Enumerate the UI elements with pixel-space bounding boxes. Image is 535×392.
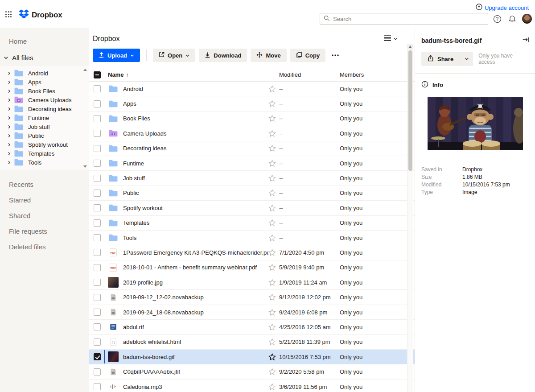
file-name[interactable]: Public <box>123 190 268 196</box>
file-name[interactable]: 2019 profile.jpg <box>123 279 268 286</box>
row-checkbox[interactable] <box>94 85 101 92</box>
main-scrollbar[interactable] <box>407 44 413 392</box>
table-row[interactable]: Spotify workout--Only you <box>89 201 415 215</box>
file-name[interactable]: adeblock whitelist.html <box>123 338 268 345</box>
dropbox-logo[interactable]: Dropbox <box>19 9 62 21</box>
star-icon[interactable] <box>268 144 279 152</box>
column-members[interactable]: Members <box>340 71 407 78</box>
row-checkbox[interactable] <box>94 279 101 286</box>
table-row[interactable]: 2019-09-24_18-08.novabackup9/24/2019 6:0… <box>89 305 415 320</box>
sidebar-item-starred[interactable]: Starred <box>0 192 89 208</box>
file-name[interactable]: badum-tss-bored.gif <box>123 354 268 360</box>
file-name[interactable]: C0qbiIPUAAAAobx.jfif <box>123 368 268 375</box>
sidebar-item-all-files[interactable]: All files <box>0 45 89 66</box>
table-row[interactable]: PDF1Password Emergency Kit A3-PEQKQS-mic… <box>89 245 415 260</box>
table-row[interactable]: 2019-09-12_12-02.novabackup9/12/2019 12:… <box>89 290 415 305</box>
star-icon[interactable] <box>268 293 279 301</box>
row-checkbox[interactable] <box>94 160 101 167</box>
file-name[interactable]: abdul.rtf <box>123 324 268 330</box>
file-name[interactable]: Funtime <box>123 160 268 167</box>
tree-folder-public[interactable]: Public <box>0 131 89 140</box>
select-all-checkbox[interactable] <box>94 71 101 78</box>
row-checkbox[interactable] <box>94 234 101 241</box>
open-button[interactable]: Open <box>153 49 195 62</box>
table-row[interactable]: badum-tss-bored.gif10/15/2016 7:53 pmOnl… <box>89 350 415 364</box>
star-icon[interactable] <box>268 279 279 286</box>
user-avatar[interactable] <box>522 14 532 24</box>
table-row[interactable]: Caledonia.mp33/6/2019 11:56 pmOnly you <box>89 380 415 392</box>
download-button[interactable]: Download <box>199 49 247 62</box>
table-row[interactable]: Job stuff--Only you <box>89 171 415 186</box>
file-name[interactable]: Apps <box>123 100 268 107</box>
star-icon[interactable] <box>268 368 279 375</box>
star-icon[interactable] <box>268 100 279 107</box>
file-name[interactable]: 2019-09-24_18-08.novabackup <box>123 309 268 316</box>
column-modified[interactable]: Modified <box>279 71 340 78</box>
view-options-button[interactable] <box>384 35 398 43</box>
row-checkbox[interactable] <box>94 368 101 375</box>
table-row[interactable]: Funtime--Only you <box>89 156 415 171</box>
star-icon[interactable] <box>268 323 279 331</box>
star-icon[interactable] <box>268 353 279 361</box>
sidebar-item-recents[interactable]: Recents <box>0 177 89 192</box>
table-row[interactable]: Camera Uploads--Only you <box>89 126 415 141</box>
file-name[interactable]: Decorating ideas <box>123 145 268 152</box>
row-checkbox[interactable] <box>94 338 101 346</box>
tree-folder-decorating-ideas[interactable]: Decorating ideas <box>0 104 89 113</box>
tree-folder-android[interactable]: Android <box>0 69 89 78</box>
row-checkbox[interactable] <box>94 204 101 211</box>
apps-grid-icon[interactable] <box>5 11 12 18</box>
move-button[interactable]: Move <box>251 49 286 62</box>
tree-folder-job-stuff[interactable]: Job stuff <box>0 122 89 131</box>
file-name[interactable]: 1Password Emergency Kit A3-PEQKQS-michae… <box>123 249 268 256</box>
file-name[interactable]: Android <box>123 86 268 92</box>
star-icon[interactable] <box>268 85 279 93</box>
file-name[interactable]: Job stuff <box>123 175 268 182</box>
search-input[interactable] <box>333 16 484 22</box>
file-name[interactable]: Templates <box>123 219 268 226</box>
star-icon[interactable] <box>268 309 279 316</box>
sidebar-item-file-requests[interactable]: File requests <box>0 223 89 239</box>
row-checkbox[interactable] <box>94 130 101 137</box>
table-row[interactable]: Templates--Only you <box>89 216 415 231</box>
table-row[interactable]: Public--Only you <box>89 186 415 201</box>
star-icon[interactable] <box>268 249 279 256</box>
file-name[interactable]: 2019-09-12_12-02.novabackup <box>123 294 268 301</box>
star-icon[interactable] <box>268 234 279 242</box>
tree-scrollbar[interactable] <box>83 68 87 169</box>
table-row[interactable]: 2019 profile.jpg1/9/2019 11:24 amOnly yo… <box>89 275 415 290</box>
row-checkbox[interactable] <box>94 100 101 107</box>
column-name[interactable]: Name ↑ <box>108 71 268 78</box>
table-row[interactable]: Android--Only you <box>89 82 415 96</box>
collapse-panel-icon[interactable] <box>522 37 529 45</box>
star-icon[interactable] <box>268 174 279 182</box>
tree-folder-camera-uploads[interactable]: Camera Uploads <box>0 95 89 104</box>
table-row[interactable]: abdul.rtf4/25/2016 12:05 amOnly you <box>89 320 415 334</box>
scrollbar-thumb[interactable] <box>408 50 412 171</box>
row-checkbox[interactable] <box>94 190 101 197</box>
row-checkbox[interactable] <box>94 145 101 152</box>
star-icon[interactable] <box>268 264 279 271</box>
row-checkbox[interactable] <box>94 249 101 256</box>
tree-folder-book-files[interactable]: Book Files <box>0 87 89 95</box>
row-checkbox[interactable] <box>94 353 101 360</box>
sidebar-item-deleted-files[interactable]: Deleted files <box>0 239 89 255</box>
search-bar[interactable] <box>320 13 488 25</box>
row-checkbox[interactable] <box>94 115 101 122</box>
table-row[interactable]: Tools--Only you <box>89 231 415 245</box>
row-checkbox[interactable] <box>94 309 101 316</box>
star-icon[interactable] <box>268 204 279 212</box>
star-icon[interactable] <box>268 160 279 167</box>
upgrade-account-link[interactable]: Upgrade account <box>476 4 529 12</box>
help-icon[interactable]: ? <box>492 14 502 24</box>
star-icon[interactable] <box>268 130 279 137</box>
file-name[interactable]: 2018-10-01 - Anthem - benefit summary we… <box>123 264 268 271</box>
row-checkbox[interactable] <box>94 264 101 271</box>
tree-folder-templates[interactable]: Templates <box>0 149 89 158</box>
share-button[interactable]: Share <box>421 52 460 66</box>
row-checkbox[interactable] <box>94 294 101 301</box>
sidebar-item-shared[interactable]: Shared <box>0 208 89 223</box>
tree-folder-tools[interactable]: Tools <box>0 158 89 167</box>
row-checkbox[interactable] <box>94 323 101 330</box>
file-name[interactable]: Caledonia.mp3 <box>123 384 268 390</box>
